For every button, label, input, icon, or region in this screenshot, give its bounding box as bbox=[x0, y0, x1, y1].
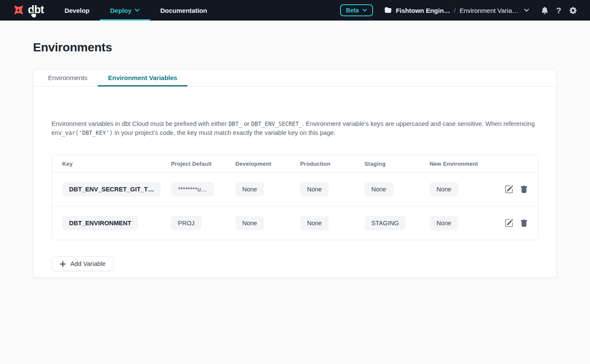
env-var-value-production: None bbox=[300, 216, 329, 230]
code-prefix-dbt: DBT_ bbox=[229, 121, 242, 127]
column-header-key: Key bbox=[62, 161, 171, 167]
env-var-value-staging: STAGING bbox=[364, 216, 406, 230]
trash-icon[interactable] bbox=[520, 219, 528, 227]
table-row: DBT_ENV_SECRET_GIT_T… ********u… None No… bbox=[52, 172, 538, 206]
trash-icon[interactable] bbox=[520, 185, 528, 194]
nav-item-develop[interactable]: Develop bbox=[54, 0, 99, 21]
add-variable-button[interactable]: Add Variable bbox=[51, 257, 114, 271]
code-prefix-secret: DBT_ENV_SECRET_ bbox=[251, 121, 302, 127]
env-vars-description: Environment variables in dbt Cloud must … bbox=[51, 119, 539, 137]
env-vars-table: Key Project Default Development Producti… bbox=[51, 155, 539, 240]
column-header-staging: Staging bbox=[364, 161, 430, 167]
env-var-key: DBT_ENVIRONMENT bbox=[62, 216, 138, 230]
column-header-new-environment: New Environment bbox=[430, 161, 498, 167]
tab-environment-variables[interactable]: Environment Variables bbox=[98, 69, 188, 86]
nav-item-label: Develop bbox=[64, 7, 89, 14]
env-var-value-development: None bbox=[235, 216, 264, 230]
help-glyph: ? bbox=[556, 6, 561, 15]
column-header-production: Production bbox=[300, 161, 364, 167]
edit-icon[interactable] bbox=[505, 219, 513, 227]
primary-nav: Develop Deploy Documentation bbox=[54, 0, 217, 21]
tab-label: Environments bbox=[48, 74, 87, 81]
nav-item-label: Deploy bbox=[110, 7, 132, 14]
nav-item-documentation[interactable]: Documentation bbox=[150, 0, 217, 21]
environments-card: Environments Environment Variables Envir… bbox=[33, 69, 557, 278]
beta-label: Beta bbox=[346, 7, 359, 14]
tab-label: Environment Variables bbox=[108, 74, 178, 81]
env-var-key: DBT_ENV_SECRET_GIT_T… bbox=[62, 182, 161, 197]
chevron-down-icon bbox=[135, 9, 140, 12]
breadcrumb-page[interactable]: Environment Varia… bbox=[460, 7, 518, 14]
main-content: Environments Environments Environment Va… bbox=[0, 21, 590, 278]
breadcrumb-project[interactable]: Fishtown Engin… bbox=[396, 7, 450, 14]
folder-icon bbox=[384, 7, 392, 14]
breadcrumb-separator: / bbox=[454, 7, 456, 14]
column-header-project-default: Project Default bbox=[171, 161, 235, 167]
env-var-value-new-environment: None bbox=[430, 216, 458, 230]
env-var-value-new-environment: None bbox=[430, 182, 458, 197]
env-var-value-staging: None bbox=[364, 182, 393, 197]
mouse-cursor-icon bbox=[29, 9, 38, 19]
dbt-logo-mark bbox=[12, 4, 25, 17]
breadcrumb: Fishtown Engin… / Environment Varia… bbox=[384, 7, 529, 14]
chevron-down-icon bbox=[362, 9, 367, 12]
env-var-value-production: None bbox=[300, 182, 329, 197]
add-variable-label: Add Variable bbox=[70, 260, 105, 267]
edit-icon[interactable] bbox=[505, 185, 513, 194]
nav-item-deploy[interactable]: Deploy bbox=[100, 0, 150, 21]
help-icon[interactable]: ? bbox=[554, 6, 563, 15]
plus-icon bbox=[60, 261, 66, 267]
gear-icon[interactable] bbox=[569, 6, 577, 15]
env-var-value-project-default: PROJ bbox=[171, 216, 202, 230]
beta-badge[interactable]: Beta bbox=[340, 4, 373, 16]
tab-environments[interactable]: Environments bbox=[38, 69, 98, 86]
env-var-value-project-default: ********u… bbox=[171, 182, 214, 197]
top-nav: dbt Develop Deploy Documentation Beta bbox=[0, 0, 590, 21]
nav-item-label: Documentation bbox=[160, 7, 207, 14]
page-title: Environments bbox=[33, 41, 557, 54]
chevron-down-icon[interactable] bbox=[524, 9, 529, 12]
dbt-logo[interactable]: dbt bbox=[12, 0, 44, 21]
nav-utility-icons: ? bbox=[540, 6, 577, 15]
column-header-development: Development bbox=[235, 161, 300, 167]
tab-bar: Environments Environment Variables bbox=[33, 69, 557, 87]
table-row: DBT_ENVIRONMENT PROJ None None STAGING N… bbox=[52, 206, 538, 240]
env-var-value-development: None bbox=[235, 182, 264, 197]
table-header-row: Key Project Default Development Producti… bbox=[52, 155, 538, 172]
bell-icon[interactable] bbox=[540, 6, 549, 15]
code-env-var: env_var('DBT_KEY') bbox=[51, 130, 113, 136]
